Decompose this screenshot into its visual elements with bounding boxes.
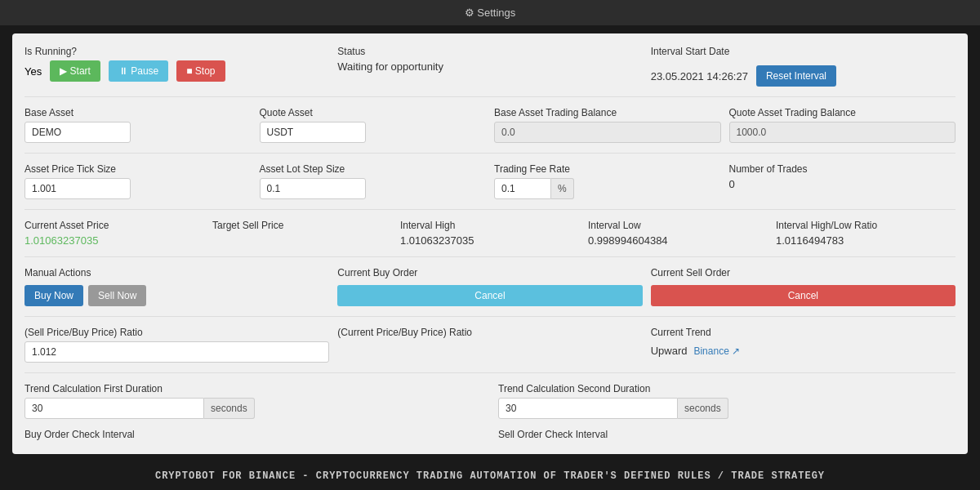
main-panel: Is Running? Yes ▶ Start ⏸ Pause ■ Stop S… bbox=[12, 33, 968, 454]
sell-buy-ratio-input[interactable] bbox=[24, 341, 329, 363]
start-button[interactable]: ▶ Start bbox=[50, 60, 100, 82]
duration-section: Trend Calculation First Duration seconds… bbox=[24, 383, 956, 419]
current-sell-order-col: Current Sell Order Cancel bbox=[651, 267, 956, 306]
price-section: Current Asset Price 1.01063237035 Target… bbox=[24, 220, 956, 257]
manual-actions-label: Manual Actions bbox=[24, 267, 329, 278]
current-trend-label: Current Trend bbox=[651, 327, 956, 338]
status-label: Status bbox=[337, 46, 642, 57]
sell-now-button[interactable]: Sell Now bbox=[88, 285, 146, 306]
current-price-buy-ratio-col: (Current Price/Buy Price) Ratio bbox=[337, 327, 642, 363]
pause-button[interactable]: ⏸ Pause bbox=[109, 60, 168, 82]
base-asset-input[interactable] bbox=[24, 122, 131, 143]
buy-now-button[interactable]: Buy Now bbox=[24, 285, 83, 306]
sell-order-check-label: Sell Order Check Interval bbox=[498, 429, 956, 440]
tick-fee-section: Asset Price Tick Size Asset Lot Step Siz… bbox=[24, 163, 956, 210]
current-buy-order-col: Current Buy Order Cancel bbox=[337, 267, 642, 306]
lot-step-label: Asset Lot Step Size bbox=[260, 163, 487, 175]
target-sell-label: Target Sell Price bbox=[212, 220, 392, 231]
order-check-section: Buy Order Check Interval Sell Order Chec… bbox=[24, 429, 956, 440]
interval-ratio-col: Interval High/Low Ratio 1.0116494783 bbox=[776, 220, 956, 247]
current-price-buy-ratio-label: (Current Price/Buy Price) Ratio bbox=[337, 327, 642, 338]
is-running-label: Is Running? bbox=[24, 46, 329, 57]
fee-rate-input-group: % bbox=[494, 178, 721, 199]
first-duration-suffix: seconds bbox=[204, 398, 255, 419]
base-asset-col: Base Asset bbox=[24, 107, 252, 143]
num-trades-col: Number of Trades 0 bbox=[729, 163, 956, 199]
actions-section: Manual Actions Buy Now Sell Now Current … bbox=[24, 267, 956, 317]
balance-section: Base Asset Quote Asset Base Asset Tradin… bbox=[24, 107, 956, 154]
interval-low-col: Interval Low 0.998994604384 bbox=[588, 220, 768, 247]
status-section: Status Waiting for opportunity bbox=[337, 46, 642, 87]
second-duration-col: Trend Calculation Second Duration second… bbox=[498, 383, 956, 419]
base-balance-input bbox=[494, 122, 721, 143]
settings-label[interactable]: Settings bbox=[477, 7, 515, 19]
manual-actions-buttons: Buy Now Sell Now bbox=[24, 285, 329, 306]
current-sell-order-label: Current Sell Order bbox=[651, 267, 956, 278]
num-trades-label: Number of Trades bbox=[729, 163, 956, 175]
num-trades-value: 0 bbox=[729, 178, 956, 190]
sell-buy-ratio-label: (Sell Price/Buy Price) Ratio bbox=[24, 327, 329, 338]
interval-start-label: Interval Start Date bbox=[651, 46, 956, 57]
cancel-buy-button[interactable]: Cancel bbox=[337, 285, 642, 306]
target-sell-col: Target Sell Price bbox=[212, 220, 392, 247]
interval-section: Interval Start Date 23.05.2021 14:26:27 … bbox=[651, 46, 956, 87]
second-duration-input[interactable] bbox=[498, 398, 678, 419]
interval-ratio-label: Interval High/Low Ratio bbox=[776, 220, 956, 231]
base-asset-label: Base Asset bbox=[24, 107, 252, 118]
binance-link[interactable]: Binance ↗ bbox=[693, 345, 740, 357]
status-value: Waiting for opportunity bbox=[337, 60, 642, 73]
gear-icon: ⚙ bbox=[465, 7, 474, 19]
sell-buy-ratio-col: (Sell Price/Buy Price) Ratio bbox=[24, 327, 329, 363]
current-price-label: Current Asset Price bbox=[24, 220, 204, 231]
buy-order-check-col: Buy Order Check Interval bbox=[24, 429, 482, 440]
interval-low-value: 0.998994604384 bbox=[588, 234, 768, 247]
first-duration-input[interactable] bbox=[24, 398, 204, 419]
buy-order-check-label: Buy Order Check Interval bbox=[24, 429, 482, 440]
tick-size-input[interactable] bbox=[24, 178, 131, 199]
quote-balance-input bbox=[729, 122, 956, 143]
base-balance-col: Base Asset Trading Balance bbox=[494, 107, 721, 143]
quote-asset-col: Quote Asset bbox=[260, 107, 487, 143]
interval-high-value: 1.01063237035 bbox=[400, 234, 580, 247]
current-price-value: 1.01063237035 bbox=[24, 234, 204, 247]
cancel-sell-button[interactable]: Cancel bbox=[651, 285, 956, 306]
first-duration-label: Trend Calculation First Duration bbox=[24, 383, 482, 394]
interval-high-col: Interval High 1.01063237035 bbox=[400, 220, 580, 247]
second-duration-input-group: seconds bbox=[498, 398, 956, 419]
fee-rate-label: Trading Fee Rate bbox=[494, 163, 721, 175]
first-duration-col: Trend Calculation First Duration seconds bbox=[24, 383, 482, 419]
interval-date-value: 23.05.2021 14:26:27 bbox=[651, 70, 748, 82]
quote-asset-label: Quote Asset bbox=[260, 107, 487, 118]
fee-rate-input[interactable] bbox=[494, 178, 551, 199]
manual-actions-col: Manual Actions Buy Now Sell Now bbox=[24, 267, 329, 306]
top-section: Is Running? Yes ▶ Start ⏸ Pause ■ Stop S… bbox=[24, 46, 956, 97]
is-running-section: Is Running? Yes ▶ Start ⏸ Pause ■ Stop bbox=[24, 46, 329, 87]
stop-button[interactable]: ■ Stop bbox=[176, 60, 225, 82]
yes-label: Yes bbox=[24, 65, 42, 78]
first-duration-input-group: seconds bbox=[24, 398, 482, 419]
bottom-bar-text: CRYPTOBOT FOR BINANCE - CRYPTOCURRENCY T… bbox=[155, 470, 825, 482]
second-duration-suffix: seconds bbox=[678, 398, 728, 419]
interval-date-row: 23.05.2021 14:26:27 Reset Interval bbox=[651, 65, 956, 87]
quote-asset-input[interactable] bbox=[260, 122, 366, 143]
bottom-bar: CRYPTOBOT FOR BINANCE - CRYPTOCURRENCY T… bbox=[0, 462, 980, 490]
ratio-trend-section: (Sell Price/Buy Price) Ratio (Current Pr… bbox=[24, 327, 956, 373]
fee-rate-col: Trading Fee Rate % bbox=[494, 163, 721, 199]
is-running-controls: Yes ▶ Start ⏸ Pause ■ Stop bbox=[24, 60, 329, 82]
sell-order-check-col: Sell Order Check Interval bbox=[498, 429, 956, 440]
second-duration-label: Trend Calculation Second Duration bbox=[498, 383, 956, 394]
current-buy-order-label: Current Buy Order bbox=[337, 267, 642, 278]
tick-size-label: Asset Price Tick Size bbox=[24, 163, 252, 175]
lot-step-input[interactable] bbox=[260, 178, 366, 199]
base-balance-label: Base Asset Trading Balance bbox=[494, 107, 721, 118]
lot-step-col: Asset Lot Step Size bbox=[260, 163, 487, 199]
current-price-col: Current Asset Price 1.01063237035 bbox=[24, 220, 204, 247]
interval-ratio-value: 1.0116494783 bbox=[776, 234, 956, 247]
trend-row: Upward Binance ↗ bbox=[651, 345, 956, 357]
reset-interval-button[interactable]: Reset Interval bbox=[756, 65, 836, 87]
trend-value: Upward bbox=[651, 345, 688, 357]
tick-size-col: Asset Price Tick Size bbox=[24, 163, 252, 199]
quote-balance-label: Quote Asset Trading Balance bbox=[729, 107, 956, 118]
current-trend-col: Current Trend Upward Binance ↗ bbox=[651, 327, 956, 363]
top-bar: ⚙ Settings bbox=[0, 0, 980, 25]
